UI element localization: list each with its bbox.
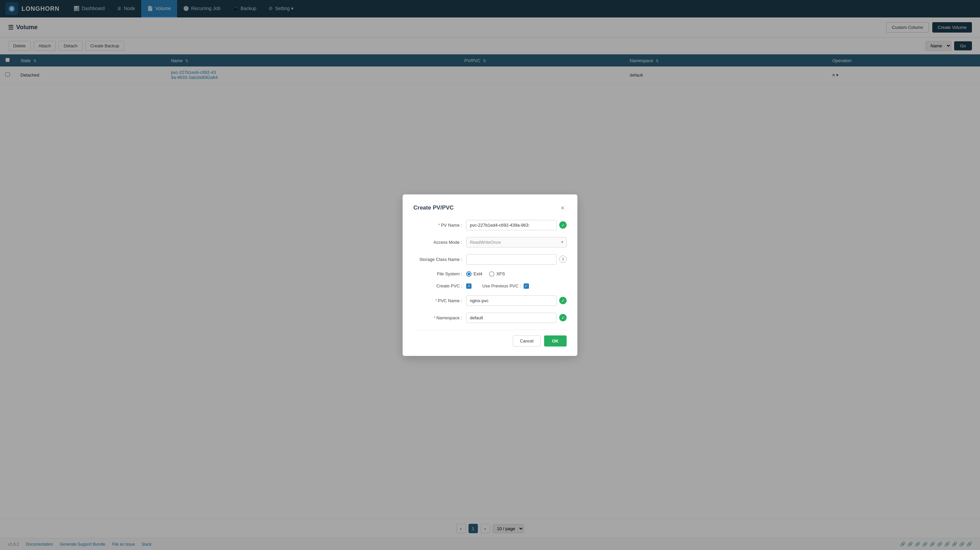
pv-name-row: *PV Name : ✓ xyxy=(414,220,566,230)
modal-close-button[interactable]: × xyxy=(558,204,566,212)
create-pvc-label: Create PVC : xyxy=(414,284,462,288)
pv-name-required: * xyxy=(438,223,440,228)
access-mode-input-wrap: ReadWriteOnce ReadOnlyMany ReadWriteMany… xyxy=(466,237,566,247)
storage-class-input-wrap: ℹ xyxy=(466,254,566,265)
xfs-radio-item[interactable]: XFS xyxy=(489,271,505,277)
create-pvc-row: Create PVC : ✓ Use Previous PVC : ✓ xyxy=(414,284,566,289)
xfs-label: XFS xyxy=(496,271,505,276)
pv-name-input[interactable] xyxy=(466,220,557,230)
file-system-row: File System : Ext4 XFS xyxy=(414,271,566,277)
storage-class-label: Storage Class Name : xyxy=(414,257,462,262)
modal-overlay[interactable]: Create PV/PVC × *PV Name : ✓ Access Mode… xyxy=(0,0,980,550)
create-pv-pvc-modal: Create PV/PVC × *PV Name : ✓ Access Mode… xyxy=(402,194,578,356)
xfs-radio-circle xyxy=(489,271,494,277)
ext4-radio-item[interactable]: Ext4 xyxy=(466,271,482,277)
cancel-button[interactable]: Cancel xyxy=(513,336,541,347)
ok-button[interactable]: OK xyxy=(544,336,567,347)
file-system-label: File System : xyxy=(414,271,462,276)
access-mode-row: Access Mode : ReadWriteOnce ReadOnlyMany… xyxy=(414,237,566,247)
storage-class-input[interactable] xyxy=(466,254,557,265)
namespace-row: *Namespace : ✓ xyxy=(414,312,566,323)
access-mode-select[interactable]: ReadWriteOnce ReadOnlyMany ReadWriteMany xyxy=(466,237,566,247)
inline-fields: ✓ Use Previous PVC : ✓ xyxy=(466,284,566,289)
access-mode-label: Access Mode : xyxy=(414,240,462,245)
pvc-name-input[interactable] xyxy=(466,295,557,306)
use-previous-pvc-label: Use Previous PVC : xyxy=(482,284,521,288)
ext4-radio-circle xyxy=(466,271,471,277)
modal-footer: Cancel OK xyxy=(414,330,566,347)
pv-name-input-wrap: ✓ xyxy=(466,220,566,230)
namespace-input[interactable] xyxy=(466,312,557,323)
namespace-label: *Namespace : xyxy=(414,315,462,320)
namespace-input-wrap: ✓ xyxy=(466,312,566,323)
file-system-radio-group: Ext4 XFS xyxy=(466,271,566,277)
pvc-name-input-wrap: ✓ xyxy=(466,295,566,306)
namespace-valid-icon: ✓ xyxy=(559,314,566,321)
access-mode-select-wrap: ReadWriteOnce ReadOnlyMany ReadWriteMany… xyxy=(466,237,566,247)
modal-header: Create PV/PVC × xyxy=(414,204,566,212)
ext4-label: Ext4 xyxy=(474,271,482,276)
use-previous-pvc-field: Use Previous PVC : ✓ xyxy=(482,284,529,289)
pvc-name-required: * xyxy=(435,298,437,303)
create-pvc-checkbox[interactable]: ✓ xyxy=(466,284,471,289)
use-previous-pvc-checkbox[interactable]: ✓ xyxy=(523,284,529,289)
modal-title: Create PV/PVC xyxy=(414,204,454,211)
pvc-name-valid-icon: ✓ xyxy=(559,297,566,304)
storage-class-info-icon[interactable]: ℹ xyxy=(559,255,566,263)
create-pvc-field: ✓ xyxy=(466,284,471,289)
namespace-required: * xyxy=(434,315,435,320)
pvc-name-row: *PVC Name : ✓ xyxy=(414,295,566,306)
pv-name-valid-icon: ✓ xyxy=(559,221,566,229)
pv-name-label: *PV Name : xyxy=(414,223,462,228)
storage-class-row: Storage Class Name : ℹ xyxy=(414,254,566,265)
pvc-name-label: *PVC Name : xyxy=(414,298,462,303)
